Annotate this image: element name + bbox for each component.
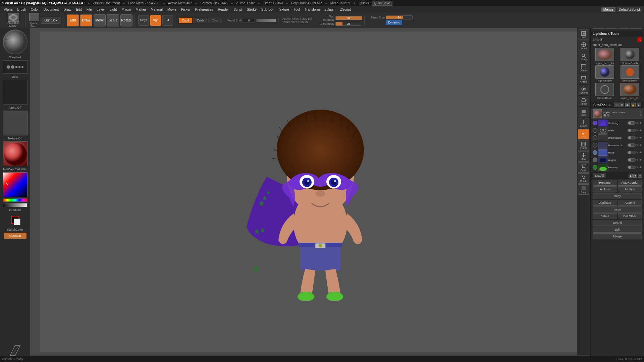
st-toggle-brille[interactable] (628, 129, 636, 132)
menu-alpha[interactable]: Alpha (2, 7, 15, 12)
lightbox-btn[interactable]: LightBox (41, 17, 61, 24)
hue-bar[interactable] (3, 198, 28, 202)
brill-btn[interactable]: Brill (578, 29, 589, 40)
st-vis-hosenband[interactable]: 👁 (639, 144, 642, 147)
menu-color[interactable]: Color (29, 7, 41, 12)
brush-thumb-alpha[interactable]: AlphaBrush (593, 65, 617, 82)
st-thumb-hosenband[interactable] (598, 142, 607, 148)
dots-preview[interactable] (3, 60, 28, 74)
st-edit-brillenband[interactable]: ✎ (636, 136, 639, 139)
menu-layer[interactable]: Layer (95, 7, 107, 12)
st-thumb-hose[interactable] (598, 149, 607, 156)
merge-btn[interactable]: Merge (593, 233, 642, 239)
texture-preview[interactable] (3, 111, 28, 135)
menu-movie[interactable]: Movie (165, 7, 178, 12)
copy-btn[interactable]: Copy (593, 193, 642, 199)
projection-master-btn[interactable]: ProjectionMaster (3, 13, 23, 28)
rename-btn[interactable]: Rename (593, 180, 617, 186)
st-toggle-umhang[interactable] (628, 121, 636, 125)
strip-rotate-btn[interactable]: Rotate (578, 173, 589, 184)
zadd-btn[interactable]: Zadd (179, 18, 192, 23)
st-more-icon[interactable]: ▸ (637, 103, 641, 107)
st-thumb-flossen[interactable] (598, 164, 607, 171)
st-thumb-brillenband[interactable] (598, 134, 607, 141)
st-thumb-umhang[interactable] (598, 120, 607, 126)
delete-btn[interactable]: Delete (593, 213, 617, 219)
lsym-btn[interactable]: L/Sym (578, 118, 589, 128)
actual-btn[interactable]: Actual (578, 63, 589, 73)
scroll-btn[interactable]: Scroll (578, 41, 589, 51)
color-picker[interactable] (3, 172, 28, 197)
st-vis-brille[interactable]: 👁 (639, 129, 642, 132)
duplicate-btn[interactable]: Duplicate (593, 200, 617, 206)
zsub-btn[interactable]: Zsub (194, 18, 207, 23)
subtool-item-hero[interactable]: super_hero_finish ✎ 👁 (591, 108, 643, 119)
menu-preferences[interactable]: Preferences (193, 7, 215, 12)
all-high-btn[interactable]: All High (618, 186, 642, 192)
st-edit-hero[interactable]: ✎ (639, 111, 642, 114)
st-edit-hosenband[interactable]: ✎ (636, 144, 639, 147)
st-visible-icon[interactable]: ◉ (625, 103, 630, 107)
edit-btn[interactable]: Edit (67, 14, 79, 26)
focal-val[interactable]: 0 (243, 18, 255, 23)
menu-transform[interactable]: Transform (303, 7, 322, 12)
st-vis-hose[interactable]: 👁 (639, 151, 642, 154)
st-edit-umhang[interactable]: ✎ (636, 122, 639, 125)
menu-marker[interactable]: Marker (133, 7, 148, 12)
st-settings-icon[interactable]: ⚙ (620, 103, 624, 107)
strip-move-btn[interactable]: Move (578, 151, 589, 162)
aahalf-btn[interactable]: AAHalf (578, 74, 589, 84)
focal-slider[interactable] (256, 19, 276, 22)
menu-picker[interactable]: Picker (179, 7, 193, 12)
st-thumb-brille[interactable] (598, 127, 607, 134)
menu-script[interactable]: Script (231, 7, 244, 12)
del-other-btn[interactable]: Del Other (618, 213, 642, 219)
rgb-intensity-slider[interactable]: 100 (335, 16, 362, 20)
menu-document[interactable]: Document (42, 7, 61, 12)
menu-zscript[interactable]: ZScript (338, 7, 353, 12)
brush-preview[interactable] (3, 29, 28, 54)
oxyz-btn[interactable]: xyz 0xyz (578, 129, 589, 139)
move-btn[interactable]: Move (94, 14, 106, 26)
st-toggle-augen[interactable] (628, 158, 636, 162)
rgb-btn[interactable]: Rgb (150, 15, 161, 26)
alpha-preview[interactable] (3, 80, 28, 105)
rotate-btn[interactable]: Rotate (120, 14, 132, 26)
menu-file[interactable]: File (85, 7, 94, 12)
st-toggle-hose[interactable] (628, 151, 636, 154)
dynamic-btn[interactable]: Dynamic (386, 20, 402, 25)
mrgb-btn[interactable]: Mrgb (138, 15, 149, 26)
arrow-up[interactable]: ▲ (629, 174, 633, 178)
st-thumb-augen[interactable] (598, 157, 607, 163)
menu-draw[interactable]: Draw (61, 7, 73, 12)
insert-btn[interactable]: Insert (593, 206, 642, 213)
st-edit-augen[interactable]: ✎ (636, 159, 639, 162)
st-lock-icon[interactable]: 🔒 (631, 103, 636, 107)
del-all-btn[interactable]: Del All (593, 220, 642, 226)
persp-btn[interactable]: Persp (578, 96, 589, 106)
brush-thumb-current[interactable]: super_hero_fini (618, 83, 642, 100)
menu-light[interactable]: Light (108, 7, 119, 12)
st-toggle-brillenband[interactable] (628, 136, 636, 139)
menu-texture[interactable]: Texture (276, 7, 291, 12)
canvas-area[interactable] (30, 28, 610, 355)
menu-render[interactable]: Render (216, 7, 231, 12)
floor-btn[interactable]: Floor (578, 107, 589, 117)
st-edit-hose[interactable]: ✎ (636, 151, 639, 154)
brush-thumb-hero[interactable]: super_hero_fini (593, 48, 617, 65)
default-zscript-btn[interactable]: DefaultZScript (617, 7, 642, 12)
st-vis-flossen[interactable]: 👁 (639, 166, 642, 169)
split-btn[interactable]: Split (593, 227, 642, 233)
arrow-right[interactable]: ↪ (638, 174, 642, 178)
st-edit-brille[interactable]: ✎ (636, 129, 639, 132)
dynams-btn[interactable]: Dynams (578, 85, 589, 95)
alternate-btn[interactable]: Alternate (4, 233, 26, 239)
st-toggle-flossen[interactable] (628, 166, 636, 169)
material-preview[interactable] (3, 141, 28, 166)
brush-thumb-eraser[interactable]: EraserBrush (593, 83, 617, 100)
st-vis-hero[interactable]: 👁 (639, 114, 642, 117)
menu-edit[interactable]: Edit (74, 7, 84, 12)
strip-scale-btn[interactable]: Scale (578, 162, 589, 173)
coat-btn[interactable]: Coat (208, 18, 222, 23)
gradient-bar[interactable] (3, 203, 28, 207)
